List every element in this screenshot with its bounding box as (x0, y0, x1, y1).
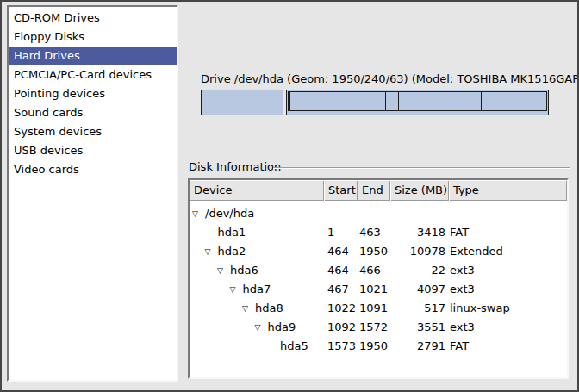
tree-indent (190, 233, 205, 233)
disk-info-frame-line (273, 167, 570, 169)
sidebar-item-sound-cards[interactable]: Sound cards (9, 103, 177, 122)
table-row-hda1[interactable]: hda114633418FAT (190, 223, 567, 242)
sidebar-item-hard-drives[interactable]: Hard Drives (9, 47, 177, 65)
partition-segment-hda2 (286, 90, 549, 115)
partition-segment-hda5 (481, 91, 547, 111)
sidebar-item-pointing-devices[interactable]: Pointing devices (9, 84, 177, 103)
size-cell: 2791 (383, 337, 445, 356)
device-name: /dev/hda (205, 204, 254, 223)
tree-indent (190, 252, 205, 252)
drive-label: Drive /dev/hda (Geom: 1950/240/63) (Mode… (201, 72, 549, 85)
start-cell: 1092 (327, 318, 356, 337)
type-cell: ext3 (450, 280, 475, 299)
size-cell: 10978 (383, 242, 445, 261)
sidebar-item-video-cards[interactable]: Video cards (9, 160, 177, 179)
table-row-hda9[interactable]: ▽hda9109215723551ext3 (190, 318, 567, 337)
table-row-hda6[interactable]: ▽hda646446622ext3 (190, 261, 567, 280)
disk-info-table-body: ▽/dev/hdahda114633418FAT▽hda246419501097… (190, 201, 567, 356)
device-name: hda6 (230, 261, 258, 280)
table-row-hda7[interactable]: ▽hda746710214097ext3 (190, 280, 567, 299)
device-name: hda5 (280, 337, 308, 356)
column-header-start[interactable]: Start (324, 180, 358, 201)
tree-indent (190, 289, 230, 290)
column-header-device[interactable]: Device (190, 180, 324, 201)
disk-info-title: Disk Information (189, 160, 281, 173)
device-cell: ▽hda8 (190, 299, 283, 318)
device-cell: ▽/dev/hda (190, 204, 254, 223)
expander-triangle-icon[interactable]: ▽ (230, 280, 243, 299)
end-cell: 463 (359, 223, 381, 242)
size-cell: 3551 (383, 318, 445, 337)
drive-partition-bar (201, 90, 549, 115)
column-header-type[interactable]: Type (449, 180, 567, 201)
size-cell: 3418 (383, 223, 445, 242)
start-cell: 1022 (327, 299, 356, 318)
sidebar-item-cd-rom-drives[interactable]: CD-ROM Drives (9, 9, 177, 28)
start-cell: 464 (327, 261, 349, 280)
start-cell: 1573 (327, 337, 356, 356)
device-cell: ▽hda6 (190, 261, 258, 280)
expander-triangle-icon[interactable]: ▽ (242, 299, 255, 318)
expander-triangle-icon[interactable]: ▽ (192, 204, 205, 223)
column-header-size-mb[interactable]: Size (MB) (390, 180, 449, 201)
tree-indent (190, 327, 255, 328)
sidebar-item-system-devices[interactable]: System devices (9, 122, 177, 141)
expander-triangle-icon[interactable]: ▽ (255, 318, 268, 337)
column-header-end[interactable]: End (358, 180, 390, 201)
device-cell: ▽hda7 (190, 280, 271, 299)
device-name: hda2 (218, 242, 246, 261)
type-cell: FAT (450, 337, 469, 356)
device-cell: ▽hda9 (190, 318, 296, 337)
start-cell: 464 (327, 242, 349, 261)
device-cell: ▽hda2 (190, 242, 246, 261)
type-cell: Extended (450, 242, 503, 261)
partition-segment-hda7 (290, 91, 386, 111)
tree-indent (190, 346, 267, 347)
size-cell: 517 (383, 299, 445, 318)
type-cell: ext3 (450, 318, 475, 337)
hardware-browser-window: CD-ROM DrivesFloppy DisksHard DrivesPCMC… (0, 0, 579, 392)
device-name: hda1 (218, 223, 246, 242)
type-cell: FAT (450, 223, 469, 242)
device-cell: hda5 (190, 337, 308, 356)
device-category-list: CD-ROM DrivesFloppy DisksHard DrivesPCMC… (7, 5, 178, 382)
disk-info-table: DeviceStartEndSize (MB)Type ▽/dev/hdahda… (188, 178, 569, 379)
type-cell: linux-swap (450, 299, 510, 318)
partition-segment-hda1 (201, 90, 283, 115)
expander-triangle-icon[interactable]: ▽ (205, 242, 218, 261)
size-cell: 22 (383, 261, 445, 280)
end-cell: 466 (359, 261, 381, 280)
table-row-dev-hda[interactable]: ▽/dev/hda (190, 204, 567, 223)
table-row-hda8[interactable]: ▽hda810221091517linux-swap (190, 299, 567, 318)
sidebar-item-usb-devices[interactable]: USB devices (9, 141, 177, 160)
tree-indent (190, 271, 217, 271)
sidebar-item-pcmcia-pc-card-devices[interactable]: PCMCIA/PC-Card devices (9, 65, 177, 84)
start-cell: 1 (327, 223, 334, 242)
sidebar-item-floppy-disks[interactable]: Floppy Disks (9, 28, 177, 47)
device-cell: hda1 (190, 223, 246, 242)
size-cell: 4097 (383, 280, 445, 299)
disk-info-table-header: DeviceStartEndSize (MB)Type (190, 180, 567, 201)
start-cell: 467 (327, 280, 349, 299)
tree-indent (190, 308, 242, 309)
table-row-hda2[interactable]: ▽hda2464195010978Extended (190, 242, 567, 261)
device-name: hda7 (243, 280, 271, 299)
type-cell: ext3 (450, 261, 475, 280)
table-row-hda5[interactable]: hda5157319502791FAT (190, 337, 567, 356)
expander-triangle-icon[interactable]: ▽ (217, 261, 230, 280)
partition-segment-hda8 (385, 91, 399, 111)
device-name: hda9 (268, 318, 296, 337)
partition-segment-hda9 (398, 91, 482, 111)
device-name: hda8 (255, 299, 283, 318)
